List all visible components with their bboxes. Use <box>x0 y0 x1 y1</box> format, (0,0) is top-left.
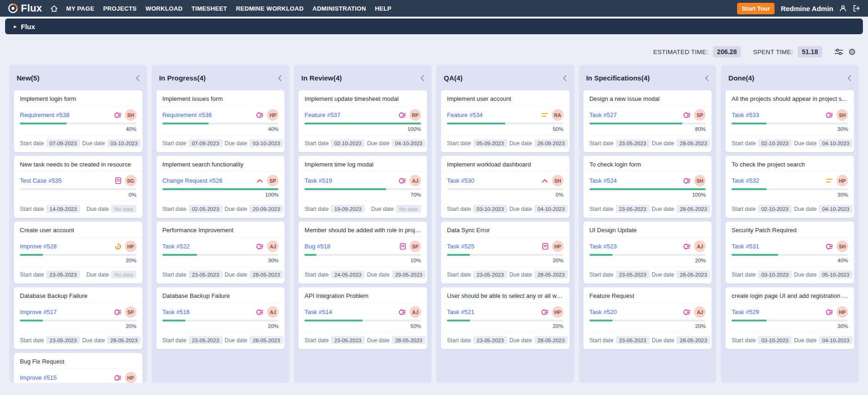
issue-link[interactable]: Requirement #536 <box>162 111 212 118</box>
progress-bar <box>447 254 564 256</box>
issue-card[interactable]: Data Sync Error Task #525 HP 20% Start d… <box>441 222 570 284</box>
card-title: To check login form <box>583 156 712 172</box>
logout-icon[interactable] <box>853 5 861 12</box>
user-icon[interactable] <box>839 5 847 12</box>
issue-card[interactable]: Design a new issue modal Task #527 SP 80… <box>583 90 712 152</box>
column-title: Done(4) <box>728 74 754 82</box>
nav-item-help[interactable]: HELP <box>375 5 391 12</box>
issue-link[interactable]: Task #532 <box>732 177 759 184</box>
card-body: Task #521 HP 20% Start date 23-05-2023 D… <box>441 303 570 349</box>
issue-card[interactable]: Implement update timesheet modal Feature… <box>298 90 427 152</box>
collapse-column-icon[interactable] <box>847 75 851 81</box>
issue-card[interactable]: Security Patch Required Task #531 SH 40%… <box>725 222 854 284</box>
nav-item-workload[interactable]: WORKLOAD <box>145 5 182 12</box>
collapse-column-icon[interactable] <box>563 75 567 81</box>
issue-card[interactable]: Database Backup Failure Improve #517 SP … <box>14 287 143 349</box>
issue-link[interactable]: Task #519 <box>304 177 332 184</box>
issue-card[interactable]: Performance Improvement Task #522 AJ 30%… <box>156 222 285 284</box>
due-date-label: Due date <box>652 272 675 278</box>
issue-link[interactable]: Feature #537 <box>304 111 340 118</box>
home-icon[interactable] <box>50 5 58 12</box>
issue-link[interactable]: Task #514 <box>304 309 332 315</box>
collapse-column-icon[interactable] <box>420 75 424 81</box>
logged-in-user[interactable]: Redmine Admin <box>781 5 833 12</box>
issue-card[interactable]: Database Backup Failure Task #516 AJ 20%… <box>156 287 285 349</box>
due-date-value: 28-05-2023 <box>249 271 283 278</box>
issue-card[interactable]: Implement workload dashboard Task #530 S… <box>441 156 570 218</box>
issue-link[interactable]: Task #523 <box>589 243 617 250</box>
card-title: Create user account <box>14 222 143 237</box>
issue-link[interactable]: Task #524 <box>589 177 617 184</box>
issue-link[interactable]: Task #521 <box>447 309 474 315</box>
card-body: Task #533 SH 30% Start date 02-10-2023 D… <box>725 106 854 152</box>
due-date-label: Due date <box>652 206 675 212</box>
collapse-column-icon[interactable] <box>278 75 282 81</box>
due-date-label: Due date <box>225 206 248 212</box>
issue-link[interactable]: Bug #518 <box>304 243 330 250</box>
issue-link[interactable]: Task #527 <box>589 111 617 118</box>
collapse-column-icon[interactable] <box>705 75 709 81</box>
progress-fill <box>447 123 505 124</box>
start-date-label: Start date <box>304 140 329 147</box>
nav-item-projects[interactable]: PROJECTS <box>103 5 136 12</box>
issue-card[interactable]: All the projects should appear in projec… <box>725 90 854 152</box>
issue-card[interactable]: New task needs to be created in resource… <box>14 156 143 218</box>
kanban-column: In Progress(4) Implement issues form Req… <box>152 65 290 383</box>
issue-link[interactable]: Task #522 <box>162 243 190 250</box>
issue-card[interactable]: Implement login form Requirement #538 SH… <box>14 90 143 152</box>
issue-link[interactable]: Task #530 <box>447 177 474 184</box>
nav-item-redmine-workload[interactable]: REDMINE WORKLOAD <box>236 5 304 12</box>
progress-bar <box>732 254 848 256</box>
issue-card[interactable]: To check login form Task #524 SH 100% St… <box>583 156 712 218</box>
issue-link[interactable]: Requirement #538 <box>20 111 69 118</box>
assignee-avatar: HP <box>552 241 564 252</box>
issue-link[interactable]: Task #520 <box>589 309 617 315</box>
issue-link[interactable]: Task #533 <box>732 111 759 118</box>
progress-label: 30% <box>162 258 279 263</box>
issue-link[interactable]: Task #516 <box>162 309 190 315</box>
filter-sliders-icon[interactable] <box>834 48 843 56</box>
nav-item-timesheet[interactable]: TIMESHEET <box>192 5 227 12</box>
start-tour-button[interactable]: Start Tour <box>737 3 775 14</box>
issue-card[interactable]: Feature Request Task #520 AJ 20% Start d… <box>583 287 712 349</box>
issue-card[interactable]: Create user account Improve #528 HP 20% … <box>14 222 143 284</box>
issue-card[interactable]: Implement time log modal Task #519 AJ 70… <box>298 156 427 218</box>
issue-card[interactable]: To check the project search Task #532 HP… <box>725 156 854 218</box>
issue-card[interactable]: Implement issues form Requirement #536 H… <box>156 90 285 152</box>
progress-fill <box>589 123 682 124</box>
issue-link[interactable]: Feature #534 <box>447 111 483 118</box>
estimated-time-label: ESTIMATED TIME: <box>653 49 708 56</box>
nav-item-my-page[interactable]: MY PAGE <box>66 5 94 12</box>
issue-card[interactable]: Bug Fix Request Improve #515 HP 20% Star… <box>14 353 143 383</box>
issue-card[interactable]: create login page UI and add registratio… <box>725 287 854 349</box>
start-date-label: Start date <box>304 206 329 212</box>
progress-fill <box>589 188 706 190</box>
start-date-label: Start date <box>162 140 186 147</box>
issue-card[interactable]: User should be able to select any or all… <box>441 287 570 349</box>
column-cards: Implement update timesheet modal Feature… <box>294 87 432 354</box>
issue-link[interactable]: Task #531 <box>732 243 759 250</box>
progress-fill <box>304 254 316 256</box>
issue-link[interactable]: Improve #515 <box>20 374 57 381</box>
flux-logo[interactable]: Flux <box>7 2 42 14</box>
column-title: In Progress(4) <box>159 74 206 82</box>
issue-card[interactable]: Implement search functionality Change Re… <box>156 156 285 218</box>
issue-link[interactable]: Improve #517 <box>20 309 57 315</box>
breadcrumb[interactable]: ▸ Flux <box>5 19 863 34</box>
issue-link[interactable]: Improve #528 <box>20 243 57 250</box>
progress-fill <box>447 320 470 321</box>
issue-link[interactable]: Test Case #535 <box>20 177 62 184</box>
issue-card[interactable]: API Integration Problem Task #514 AJ 50%… <box>298 287 427 349</box>
issue-link[interactable]: Change Request #526 <box>162 177 223 184</box>
card-title: Security Patch Required <box>725 222 854 237</box>
settings-gear-icon[interactable]: ⚙ <box>848 48 856 56</box>
issue-card[interactable]: Member should be added with role in proj… <box>298 222 427 284</box>
issue-card[interactable]: UI Design Update Task #523 AJ 20% Start … <box>583 222 712 284</box>
nav-item-administration[interactable]: ADMINISTRATION <box>312 5 366 12</box>
issue-card[interactable]: Implement user account Feature #534 RA 5… <box>441 90 570 152</box>
collapse-column-icon[interactable] <box>136 75 140 81</box>
issue-link[interactable]: Task #529 <box>732 309 759 315</box>
column-cards: Implement issues form Requirement #536 H… <box>152 87 290 354</box>
issue-link[interactable]: Task #525 <box>447 243 474 250</box>
progress-bar <box>589 123 706 124</box>
